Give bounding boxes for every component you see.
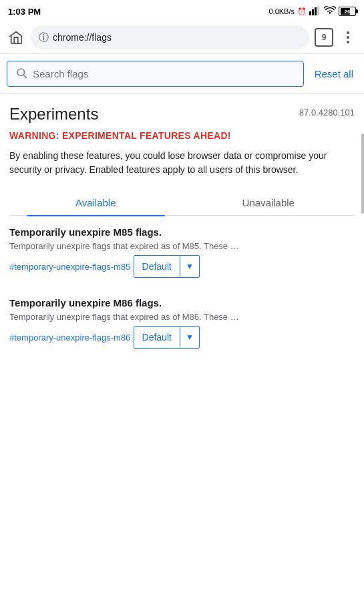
flag-dropdown-arrow-m86[interactable]: ▼: [180, 327, 199, 347]
battery-level: 26: [345, 9, 351, 15]
wifi-icon: [324, 6, 336, 17]
search-bar-container: Reset all: [0, 54, 364, 94]
flag-title-m86: Temporarily unexpire M86 flags.: [9, 297, 355, 309]
flag-title-m85: Temporarily unexpire M85 flags.: [9, 226, 355, 238]
scroll-indicator: [361, 134, 364, 214]
more-options-button[interactable]: [339, 28, 357, 47]
address-bar-container: ⓘ chrome://flags 9: [0, 21, 364, 54]
svg-rect-2: [315, 7, 317, 15]
flag-item-m86: Temporarily unexpire M86 flags. Temporar…: [9, 297, 355, 352]
flag-anchor-m86[interactable]: #temporary-unexpire-flags-m86: [9, 333, 130, 343]
flag-desc-m85: Temporarily unexpire flags that expired …: [9, 240, 355, 252]
flag-dropdown-m85: Default ▼: [134, 255, 200, 278]
flag-item-m85: Temporarily unexpire M85 flags. Temporar…: [9, 226, 355, 281]
dot3: [347, 41, 349, 43]
signal-icon: [309, 6, 321, 17]
flag-dropdown-value-m86[interactable]: Default: [134, 327, 180, 348]
status-time: 1:03 PM: [8, 7, 41, 17]
tabs-container: Available Unavailable: [9, 190, 355, 216]
battery-icon: 26: [339, 7, 356, 16]
version-text: 87.0.4280.101: [299, 108, 355, 118]
search-input[interactable]: [33, 68, 295, 79]
flag-anchor-m85[interactable]: #temporary-unexpire-flags-m85: [9, 262, 130, 272]
tab-available[interactable]: Available: [9, 190, 182, 215]
svg-line-5: [23, 75, 26, 77]
dot2: [347, 36, 349, 39]
address-pill[interactable]: ⓘ chrome://flags: [31, 25, 309, 49]
search-input-wrapper: [7, 61, 304, 87]
search-icon: [15, 67, 27, 81]
status-right: 0.0KB/s ⏰ 26: [268, 6, 356, 17]
alarm-icon: ⏰: [297, 7, 307, 16]
status-bar: 1:03 PM 0.0KB/s ⏰ 26: [0, 0, 364, 21]
data-speed: 0.0KB/s: [268, 7, 295, 15]
home-button[interactable]: [7, 28, 25, 47]
svg-rect-0: [309, 11, 311, 15]
tab-unavailable[interactable]: Unavailable: [182, 190, 355, 215]
flag-dropdown-value-m85[interactable]: Default: [134, 256, 180, 277]
flag-desc-m86: Temporarily unexpire flags that expired …: [9, 311, 355, 323]
tab-count-badge[interactable]: 9: [315, 28, 333, 47]
main-content: Experiments 87.0.4280.101 WARNING: EXPER…: [0, 94, 364, 379]
dot1: [347, 31, 349, 34]
info-icon: ⓘ: [39, 31, 49, 44]
description-text: By enabling these features, you could lo…: [9, 149, 355, 177]
reset-all-button[interactable]: Reset all: [311, 65, 357, 82]
svg-rect-1: [312, 9, 314, 15]
experiments-title: Experiments: [9, 105, 98, 124]
experiments-header: Experiments 87.0.4280.101: [9, 105, 355, 124]
flag-dropdown-m86: Default ▼: [134, 326, 200, 349]
url-text: chrome://flags: [53, 32, 112, 43]
flag-dropdown-arrow-m85[interactable]: ▼: [180, 256, 199, 276]
warning-text: WARNING: EXPERIMENTAL FEATURES AHEAD!: [9, 130, 355, 141]
svg-rect-3: [317, 6, 319, 15]
